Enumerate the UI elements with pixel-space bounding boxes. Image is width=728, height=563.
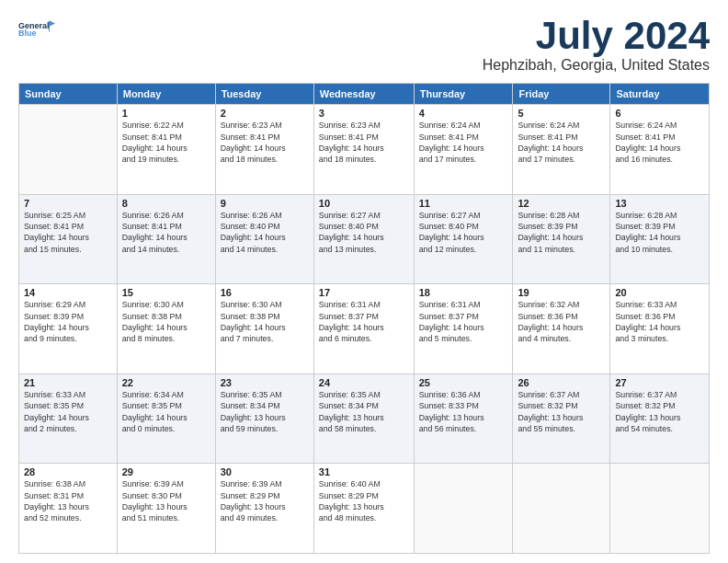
day-number: 23 bbox=[221, 377, 309, 388]
day-number: 16 bbox=[221, 287, 309, 298]
day-number: 20 bbox=[615, 287, 704, 298]
header: General Blue July 2024 Hephzibah, Georgi… bbox=[18, 15, 710, 74]
table-row: 22Sunrise: 6:34 AMSunset: 8:35 PMDayligh… bbox=[117, 373, 215, 464]
table-row: 17Sunrise: 6:31 AMSunset: 8:37 PMDayligh… bbox=[313, 284, 414, 374]
calendar-week-row: 14Sunrise: 6:29 AMSunset: 8:39 PMDayligh… bbox=[19, 284, 710, 374]
day-detail: Sunrise: 6:31 AMSunset: 8:37 PMDaylight:… bbox=[419, 299, 508, 344]
table-row: 11Sunrise: 6:27 AMSunset: 8:40 PMDayligh… bbox=[414, 194, 513, 284]
table-row: 10Sunrise: 6:27 AMSunset: 8:40 PMDayligh… bbox=[313, 194, 414, 284]
day-detail: Sunrise: 6:24 AMSunset: 8:41 PMDaylight:… bbox=[419, 120, 508, 165]
table-row: 24Sunrise: 6:35 AMSunset: 8:34 PMDayligh… bbox=[313, 373, 414, 464]
table-row bbox=[513, 464, 610, 554]
table-row: 26Sunrise: 6:37 AMSunset: 8:32 PMDayligh… bbox=[513, 373, 610, 464]
table-row: 14Sunrise: 6:29 AMSunset: 8:39 PMDayligh… bbox=[19, 284, 118, 374]
day-detail: Sunrise: 6:29 AMSunset: 8:39 PMDaylight:… bbox=[24, 299, 112, 344]
header-friday: Friday bbox=[513, 84, 610, 105]
day-number: 26 bbox=[518, 377, 605, 388]
day-number: 12 bbox=[518, 198, 605, 209]
calendar-week-row: 1Sunrise: 6:22 AMSunset: 8:41 PMDaylight… bbox=[19, 105, 710, 195]
table-row: 31Sunrise: 6:40 AMSunset: 8:29 PMDayligh… bbox=[313, 464, 414, 554]
day-number: 19 bbox=[518, 287, 605, 298]
page: General Blue July 2024 Hephzibah, Georgi… bbox=[0, 0, 728, 563]
table-row: 1Sunrise: 6:22 AMSunset: 8:41 PMDaylight… bbox=[117, 105, 215, 195]
day-detail: Sunrise: 6:30 AMSunset: 8:38 PMDaylight:… bbox=[221, 299, 309, 344]
day-detail: Sunrise: 6:40 AMSunset: 8:29 PMDaylight:… bbox=[319, 478, 409, 523]
table-row: 13Sunrise: 6:28 AMSunset: 8:39 PMDayligh… bbox=[610, 194, 710, 284]
svg-rect-3 bbox=[49, 21, 50, 32]
day-number: 21 bbox=[24, 377, 112, 388]
header-tuesday: Tuesday bbox=[215, 84, 313, 105]
table-row: 2Sunrise: 6:23 AMSunset: 8:41 PMDaylight… bbox=[215, 105, 313, 195]
day-detail: Sunrise: 6:39 AMSunset: 8:30 PMDaylight:… bbox=[122, 478, 210, 523]
table-row: 8Sunrise: 6:26 AMSunset: 8:41 PMDaylight… bbox=[117, 194, 215, 284]
day-number: 17 bbox=[319, 287, 409, 298]
day-number: 1 bbox=[122, 108, 210, 119]
day-detail: Sunrise: 6:24 AMSunset: 8:41 PMDaylight:… bbox=[518, 120, 605, 165]
header-monday: Monday bbox=[117, 84, 215, 105]
header-wednesday: Wednesday bbox=[313, 84, 414, 105]
table-row: 19Sunrise: 6:32 AMSunset: 8:36 PMDayligh… bbox=[513, 284, 610, 374]
table-row: 3Sunrise: 6:23 AMSunset: 8:41 PMDaylight… bbox=[313, 105, 414, 195]
calendar-week-row: 28Sunrise: 6:38 AMSunset: 8:31 PMDayligh… bbox=[19, 464, 710, 554]
logo-icon: General Blue bbox=[18, 15, 55, 42]
day-number: 11 bbox=[419, 198, 508, 209]
table-row: 21Sunrise: 6:33 AMSunset: 8:35 PMDayligh… bbox=[19, 373, 118, 464]
day-number: 28 bbox=[24, 466, 112, 477]
table-row bbox=[610, 464, 710, 554]
day-number: 22 bbox=[122, 377, 210, 388]
day-detail: Sunrise: 6:35 AMSunset: 8:34 PMDaylight:… bbox=[319, 389, 409, 434]
calendar-header-row: Sunday Monday Tuesday Wednesday Thursday… bbox=[19, 84, 710, 105]
title-block: July 2024 Hephzibah, Georgia, United Sta… bbox=[483, 15, 710, 74]
table-row: 25Sunrise: 6:36 AMSunset: 8:33 PMDayligh… bbox=[414, 373, 513, 464]
day-detail: Sunrise: 6:32 AMSunset: 8:36 PMDaylight:… bbox=[518, 299, 605, 344]
svg-text:Blue: Blue bbox=[18, 29, 37, 38]
table-row bbox=[414, 464, 513, 554]
calendar-table: Sunday Monday Tuesday Wednesday Thursday… bbox=[18, 83, 710, 554]
day-detail: Sunrise: 6:26 AMSunset: 8:40 PMDaylight:… bbox=[221, 210, 309, 255]
day-detail: Sunrise: 6:26 AMSunset: 8:41 PMDaylight:… bbox=[122, 210, 210, 255]
day-number: 31 bbox=[319, 466, 409, 477]
table-row: 5Sunrise: 6:24 AMSunset: 8:41 PMDaylight… bbox=[513, 105, 610, 195]
table-row bbox=[19, 105, 118, 195]
subtitle: Hephzibah, Georgia, United States bbox=[483, 57, 710, 74]
header-saturday: Saturday bbox=[610, 84, 710, 105]
day-number: 4 bbox=[419, 108, 508, 119]
table-row: 9Sunrise: 6:26 AMSunset: 8:40 PMDaylight… bbox=[215, 194, 313, 284]
calendar-week-row: 7Sunrise: 6:25 AMSunset: 8:41 PMDaylight… bbox=[19, 194, 710, 284]
day-number: 27 bbox=[615, 377, 704, 388]
day-detail: Sunrise: 6:38 AMSunset: 8:31 PMDaylight:… bbox=[24, 478, 112, 523]
day-number: 9 bbox=[221, 198, 309, 209]
table-row: 16Sunrise: 6:30 AMSunset: 8:38 PMDayligh… bbox=[215, 284, 313, 374]
table-row: 29Sunrise: 6:39 AMSunset: 8:30 PMDayligh… bbox=[117, 464, 215, 554]
table-row: 18Sunrise: 6:31 AMSunset: 8:37 PMDayligh… bbox=[414, 284, 513, 374]
day-detail: Sunrise: 6:34 AMSunset: 8:35 PMDaylight:… bbox=[122, 389, 210, 434]
day-number: 30 bbox=[221, 466, 309, 477]
day-number: 8 bbox=[122, 198, 210, 209]
day-detail: Sunrise: 6:36 AMSunset: 8:33 PMDaylight:… bbox=[419, 389, 508, 434]
table-row: 12Sunrise: 6:28 AMSunset: 8:39 PMDayligh… bbox=[513, 194, 610, 284]
day-detail: Sunrise: 6:23 AMSunset: 8:41 PMDaylight:… bbox=[319, 120, 409, 165]
day-number: 25 bbox=[419, 377, 508, 388]
day-detail: Sunrise: 6:37 AMSunset: 8:32 PMDaylight:… bbox=[615, 389, 704, 434]
day-number: 24 bbox=[319, 377, 409, 388]
day-number: 15 bbox=[122, 287, 210, 298]
day-number: 3 bbox=[319, 108, 409, 119]
day-detail: Sunrise: 6:37 AMSunset: 8:32 PMDaylight:… bbox=[518, 389, 605, 434]
logo: General Blue bbox=[18, 15, 55, 44]
day-number: 13 bbox=[615, 198, 704, 209]
header-sunday: Sunday bbox=[19, 84, 118, 105]
day-detail: Sunrise: 6:35 AMSunset: 8:34 PMDaylight:… bbox=[221, 389, 309, 434]
day-detail: Sunrise: 6:27 AMSunset: 8:40 PMDaylight:… bbox=[319, 210, 409, 255]
main-title: July 2024 bbox=[483, 15, 710, 57]
day-detail: Sunrise: 6:27 AMSunset: 8:40 PMDaylight:… bbox=[419, 210, 508, 255]
day-number: 29 bbox=[122, 466, 210, 477]
day-detail: Sunrise: 6:28 AMSunset: 8:39 PMDaylight:… bbox=[615, 210, 704, 255]
svg-marker-2 bbox=[50, 21, 55, 27]
day-number: 14 bbox=[24, 287, 112, 298]
table-row: 28Sunrise: 6:38 AMSunset: 8:31 PMDayligh… bbox=[19, 464, 118, 554]
day-detail: Sunrise: 6:31 AMSunset: 8:37 PMDaylight:… bbox=[319, 299, 409, 344]
day-number: 6 bbox=[615, 108, 704, 119]
day-detail: Sunrise: 6:25 AMSunset: 8:41 PMDaylight:… bbox=[24, 210, 112, 255]
calendar-week-row: 21Sunrise: 6:33 AMSunset: 8:35 PMDayligh… bbox=[19, 373, 710, 464]
day-detail: Sunrise: 6:24 AMSunset: 8:41 PMDaylight:… bbox=[615, 120, 704, 165]
